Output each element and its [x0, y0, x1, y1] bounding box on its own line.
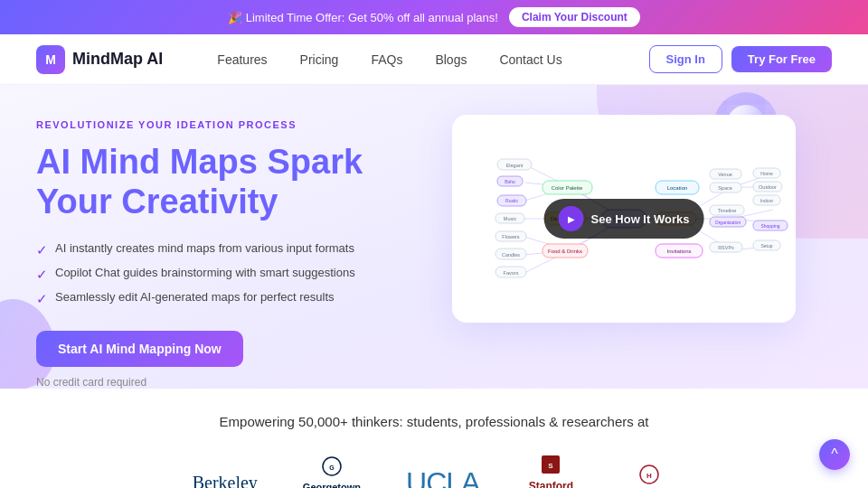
svg-text:Flowers: Flowers [502, 234, 520, 239]
nav-actions: Sign In Try For Free [649, 45, 832, 73]
claim-discount-button[interactable]: Claim Your Discount [509, 7, 640, 27]
mindmap-preview: Theme Color Palette Decorations Food & D… [452, 115, 796, 323]
svg-text:Shopping: Shopping [760, 223, 779, 229]
svg-text:Home: Home [760, 171, 773, 176]
promo-banner: 🎉 Limited Time Offer: Get 50% off all an… [0, 0, 868, 34]
start-mapping-button[interactable]: Start AI Mind Mapping Now [36, 331, 243, 367]
svg-text:Timeline: Timeline [718, 208, 737, 213]
svg-text:Invitations: Invitations [666, 249, 691, 254]
svg-text:Music: Music [504, 216, 517, 221]
check-icon-2: ✓ [36, 267, 48, 283]
svg-text:Venue: Venue [718, 172, 732, 177]
feature-item-2: ✓ Copilot Chat guides brainstorming with… [36, 266, 416, 283]
svg-text:Candles: Candles [502, 252, 520, 258]
tryfree-button[interactable]: Try For Free [731, 46, 832, 72]
georgetown-icon: G [322, 456, 342, 476]
svg-text:S: S [549, 462, 554, 470]
university-harvard: H HARVARD [622, 465, 675, 488]
banner-text: 🎉 Limited Time Offer: Get 50% off all an… [228, 11, 498, 24]
svg-text:Food & Drinks: Food & Drinks [548, 249, 582, 254]
feature-item-1: ✓ AI instantly creates mind maps from va… [36, 241, 416, 258]
nav-faqs[interactable]: FAQs [371, 52, 402, 67]
scroll-top-button[interactable]: ^ [819, 439, 850, 470]
logo[interactable]: M MindMap AI [36, 45, 163, 74]
nav-features[interactable]: Features [217, 52, 267, 67]
svg-text:Space: Space [718, 185, 732, 191]
svg-text:Outdoor: Outdoor [759, 184, 777, 190]
svg-text:Elegant: Elegant [506, 163, 524, 168]
check-icon-3: ✓ [36, 291, 48, 307]
play-button[interactable]: ▶ See How It Works [544, 199, 704, 239]
hero-section: REVOLUTIONIZE YOUR IDEATION PROCESS AI M… [0, 85, 868, 389]
feature-item-3: ✓ Seamlessly edit AI-generated maps for … [36, 290, 416, 307]
nav-pricing[interactable]: Pricing [300, 52, 339, 67]
universities-section: Empowering 50,000+ thinkers: students, p… [0, 389, 868, 488]
university-berkeley: Berkeley [193, 473, 258, 488]
logo-text: MindMap AI [72, 50, 163, 69]
svg-text:H: H [646, 472, 652, 480]
signin-button[interactable]: Sign In [649, 45, 722, 73]
navbar: M MindMap AI Features Pricing FAQs Blogs… [0, 34, 868, 85]
hero-features-list: ✓ AI instantly creates mind maps from va… [36, 241, 416, 307]
empowering-text: Empowering 50,000+ thinkers: students, p… [36, 414, 832, 429]
svg-text:Indoor: Indoor [760, 198, 774, 203]
svg-text:Boho: Boho [505, 179, 515, 184]
play-label: See How It Works [591, 212, 690, 226]
university-ucla: UCLA [406, 466, 479, 488]
svg-text:Color Palette: Color Palette [552, 185, 583, 191]
no-credit-text: No credit card required [36, 376, 416, 389]
svg-text:Location: Location [667, 185, 688, 191]
nav-blogs[interactable]: Blogs [435, 52, 467, 67]
hero-subtitle: REVOLUTIONIZE YOUR IDEATION PROCESS [36, 119, 416, 130]
hero-visual: Theme Color Palette Decorations Food & D… [416, 110, 832, 389]
universities-list: Berkeley G Georgetown University UCLA S … [36, 455, 832, 488]
stanford-icon: S [541, 455, 561, 474]
nav-links: Features Pricing FAQs Blogs Contact Us [217, 52, 648, 67]
svg-text:RSVPs: RSVPs [718, 245, 734, 250]
chevron-up-icon: ^ [831, 446, 838, 463]
hero-title: AI Mind Maps Spark Your Creativity [36, 143, 416, 221]
svg-text:Rustic: Rustic [505, 198, 518, 203]
svg-text:Organization: Organization [715, 220, 741, 225]
nav-contact[interactable]: Contact Us [499, 52, 561, 67]
svg-text:G: G [329, 465, 335, 471]
svg-text:Setup: Setup [760, 243, 772, 249]
svg-text:Favors: Favors [504, 270, 519, 276]
harvard-icon: H [639, 465, 659, 484]
university-georgetown: G Georgetown University [303, 456, 361, 488]
check-icon-1: ✓ [36, 242, 48, 258]
logo-icon: M [36, 45, 65, 74]
university-stanford: S Stanford University [524, 455, 577, 488]
hero-content: REVOLUTIONIZE YOUR IDEATION PROCESS AI M… [36, 110, 416, 389]
play-icon: ▶ [559, 206, 584, 231]
